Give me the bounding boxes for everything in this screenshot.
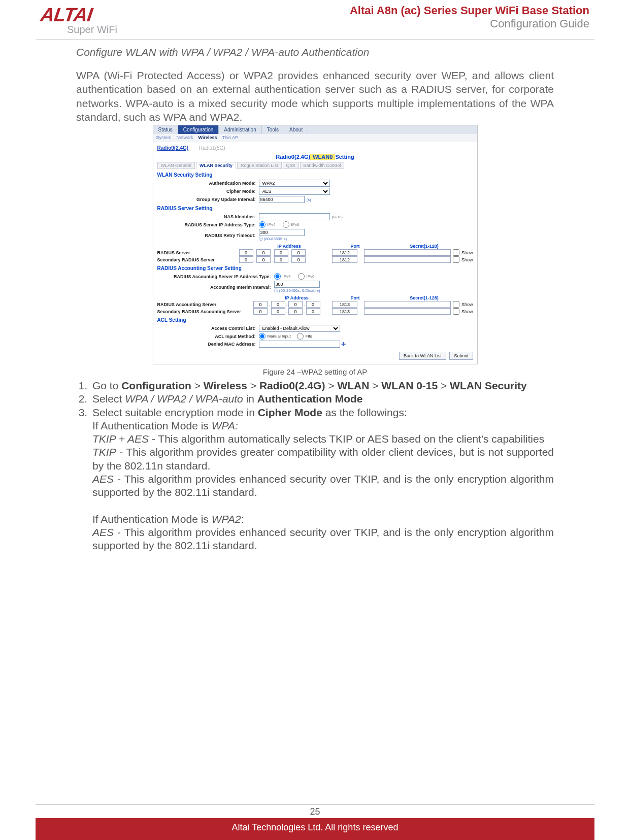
acct-radio-ipv6[interactable] <box>298 273 305 280</box>
radius-row1-ip4[interactable] <box>291 249 306 256</box>
acct-row2-show-check[interactable] <box>453 308 459 315</box>
s1-gt5: > <box>438 380 450 391</box>
s2-pre: Select <box>92 393 125 405</box>
s2-b: Authentication Mode <box>257 393 363 405</box>
tiny-tab-qos[interactable]: QoS <box>283 162 299 169</box>
back-button[interactable]: Back to WLAN List <box>399 352 446 360</box>
tab-status[interactable]: Status <box>153 125 178 134</box>
acct-radio-ipv4[interactable] <box>274 273 281 280</box>
input-gku[interactable] <box>259 196 305 203</box>
acct-row2-ip4[interactable] <box>306 308 320 315</box>
button-row: Back to WLAN List Submit <box>157 352 473 360</box>
radius-row2-secret[interactable] <box>364 256 451 263</box>
s3-tkipaes-it: TKIP + AES <box>92 433 149 445</box>
s1-b2: Wireless <box>204 380 247 391</box>
radius-row2-ip2[interactable] <box>256 256 271 263</box>
radius-row2-show: Show <box>461 257 473 262</box>
radius-table-head: IP Address Port Secret(1-128) <box>157 244 473 249</box>
radius-row1-ip3[interactable] <box>274 249 288 256</box>
row-auth-mode: Authentication Mode: WPA2 <box>157 180 473 187</box>
radio-acl-manual[interactable] <box>259 333 266 340</box>
radius-row1-ip2[interactable] <box>256 249 271 256</box>
submit-button[interactable]: Submit <box>449 352 473 360</box>
radio1-link[interactable]: Radio1(5G) <box>199 145 225 151</box>
input-acct-interval[interactable] <box>274 281 320 288</box>
radio-ipv4[interactable] <box>259 221 266 228</box>
radius-row1-show: Show <box>461 250 473 255</box>
radio-ipv6[interactable] <box>283 221 289 228</box>
subtab-thinap[interactable]: Thin AP <box>222 135 238 140</box>
radius-row2-ip3[interactable] <box>274 256 288 263</box>
wlan-title-radio: Radio0(2.4G) <box>276 154 310 160</box>
acct-row2-ip3[interactable] <box>288 308 303 315</box>
label-acl-file: File <box>306 334 312 339</box>
acct-row-1: RADIUS Accounting Server . . . Show <box>157 301 473 308</box>
radius-row2-ip1[interactable] <box>239 256 253 263</box>
subtab-wireless[interactable]: Wireless <box>198 135 217 140</box>
acct-row2-show: Show <box>461 309 473 314</box>
select-cipher[interactable]: AES <box>259 188 330 195</box>
s1-b6: WLAN Security <box>450 380 527 391</box>
tiny-tab-bandwidth[interactable]: Bandwidth Control <box>300 162 345 169</box>
acct-row2-port[interactable] <box>332 308 357 315</box>
subtab-system[interactable]: System <box>156 135 172 140</box>
acct-row2-ip1[interactable] <box>253 308 268 315</box>
s1-gt1: > <box>191 380 204 391</box>
s3-line1-it: WPA: <box>212 420 238 431</box>
intro-paragraph: WPA (Wi-Fi Protected Access) or WPA2 pro… <box>76 69 554 124</box>
radius-row1-secret[interactable] <box>364 249 451 256</box>
head-wlan-security: WLAN Security Setting <box>157 172 473 178</box>
acct-row1-ip1[interactable] <box>253 301 268 308</box>
tab-configuration[interactable]: Configuration <box>178 125 219 134</box>
s1-gt4: > <box>369 380 381 391</box>
acct-row2-ip2[interactable] <box>271 308 285 315</box>
radius-row2-show-check[interactable] <box>453 256 459 263</box>
s1-pre: Go to <box>92 380 121 391</box>
section-title: Configure WLAN with WPA / WPA2 / WPA-aut… <box>76 46 554 58</box>
s3-line2-pre: If Authentication Mode is <box>92 513 212 525</box>
radius-row1-port[interactable] <box>332 249 357 256</box>
radius-row1-ip1[interactable] <box>239 249 253 256</box>
input-retry[interactable] <box>259 229 305 236</box>
acct-row1-show-check[interactable] <box>453 301 459 308</box>
s1-b5: WLAN 0-15 <box>381 380 438 391</box>
row-acl-list: Access Control List: Enabled - Default A… <box>157 325 473 332</box>
row-nas: NAS Identifier: (0-32) <box>157 213 473 220</box>
steps-list: Go to Configuration > Wireless > Radio0(… <box>90 379 554 552</box>
row-acl-input: ACL Input Method: Manual Input File <box>157 333 473 340</box>
tab-administration[interactable]: Administration <box>219 125 261 134</box>
acct-row1-port[interactable] <box>332 301 357 308</box>
acct-row1-secret[interactable] <box>364 301 451 308</box>
doc-titles: Altai A8n (ac) Series Super WiFi Base St… <box>350 4 589 30</box>
acct-th-secret: Secret(1-128) <box>376 295 473 300</box>
page-footer: 25 Altai Technologies Ltd. All rights re… <box>0 804 630 840</box>
tiny-tab-general[interactable]: WLAN General <box>157 162 195 169</box>
radius-row2-ip4[interactable] <box>291 256 306 263</box>
tiny-tab-rogue[interactable]: Rogue Station List <box>237 162 282 169</box>
tiny-tab-security[interactable]: WLAN Security <box>196 162 236 169</box>
radius-row2-port[interactable] <box>332 256 357 263</box>
head-radius: RADIUS Server Setting <box>157 206 473 211</box>
acct-label-ipv4: IPv4 <box>283 274 291 279</box>
label-acl-manual: Manual Input <box>268 334 291 339</box>
input-denied-mac[interactable] <box>259 341 340 348</box>
radius-row1-show-check[interactable] <box>453 249 459 256</box>
select-acl-list[interactable]: Enabled - Default Allow <box>259 325 340 332</box>
radio-acl-file[interactable] <box>297 333 304 340</box>
tab-tools[interactable]: Tools <box>262 125 284 134</box>
acct-row1-ip4[interactable] <box>306 301 320 308</box>
acct-row1-ip2[interactable] <box>271 301 285 308</box>
acct-row1-ip3[interactable] <box>288 301 303 308</box>
s3-tkipaes-txt: - This algorithm automatically selects T… <box>149 433 544 445</box>
subtab-network[interactable]: Network <box>177 135 193 140</box>
label-acct-iptype: RADIUS Accounting Server IP Address Type… <box>157 274 274 279</box>
row-acct-iptype: RADIUS Accounting Server IP Address Type… <box>157 273 473 280</box>
acct-row2-secret[interactable] <box>364 308 451 315</box>
tab-about[interactable]: About <box>284 125 308 134</box>
select-auth-mode[interactable]: WPA2 <box>259 180 330 187</box>
radio0-link[interactable]: Radio0(2.4G) <box>157 145 189 151</box>
acct-row1-show: Show <box>461 302 473 307</box>
add-mac-icon[interactable]: ✚ <box>341 341 346 348</box>
wlan-title-setting: Setting <box>335 154 354 160</box>
input-nas[interactable] <box>259 213 330 220</box>
